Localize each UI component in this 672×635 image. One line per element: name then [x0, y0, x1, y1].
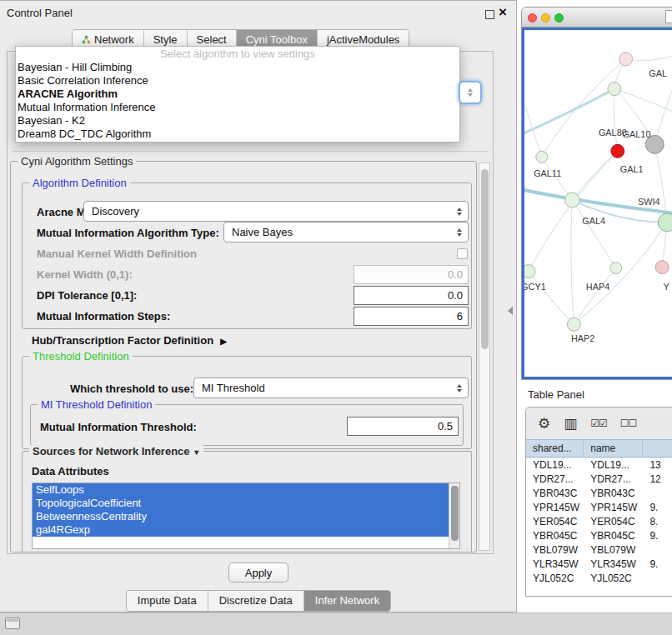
dpi-tolerance-field[interactable] [354, 286, 469, 305]
attribute-item-gal4rgexp[interactable]: gal4RGexp [33, 523, 459, 537]
control-panel: Control Panel × NetworkStyleSelectCyni T… [0, 0, 517, 612]
network-edge[interactable] [572, 200, 615, 268]
settings-scrollbar[interactable] [479, 162, 490, 551]
mi-threshold-field[interactable] [347, 417, 459, 436]
table-cell: YDR27... [526, 472, 584, 487]
sources-toggle[interactable]: Sources for Network Inference ▼ [29, 445, 203, 458]
dpi-tolerance-label: DPI Tolerance [0,1]: [37, 289, 137, 302]
zoom-traffic-light[interactable] [554, 13, 564, 22]
network-node[interactable] [611, 144, 624, 158]
algorithm-option-dream8-dc-tdc-algorithm[interactable]: Dream8 DC_TDC Algorithm [16, 128, 459, 141]
combo-arrows-icon [457, 208, 462, 216]
network-edge[interactable] [614, 89, 617, 152]
network-node[interactable] [524, 265, 535, 278]
network-edge[interactable] [614, 89, 672, 113]
table-row[interactable]: YDL19...YDL19...13 [526, 458, 672, 472]
algorithm-combobox-fragment[interactable] [459, 81, 482, 104]
combo-arrows-icon [468, 93, 473, 97]
kernel-width-field[interactable] [354, 265, 469, 284]
network-node[interactable] [610, 262, 622, 274]
tab-label: Network [94, 33, 134, 46]
network-edge[interactable] [524, 89, 614, 134]
network-canvas[interactable]: GALGAL80GAL10GAL11GAL1SWI4GAL4GCY1HAP4YH… [522, 28, 672, 379]
network-edge[interactable] [526, 109, 542, 158]
algorithm-option-bayesian-k2[interactable]: Bayesian - K2 [16, 114, 459, 128]
scrollbar-thumb[interactable] [481, 169, 489, 349]
network-edge[interactable] [574, 222, 667, 324]
column-header-2[interactable] [643, 440, 672, 457]
column-header-name[interactable]: name [584, 440, 643, 457]
network-window-titlebar[interactable] [522, 8, 672, 28]
algorithm-option-basic-correlation-inference[interactable]: Basic Correlation Inference [16, 74, 459, 88]
network-edge[interactable] [574, 268, 615, 325]
table-row[interactable]: YBR045CYBR045C9. [526, 529, 672, 543]
attributes-list-scrollbar[interactable] [449, 483, 459, 548]
algorithm-option-bayesian-hill-climbing[interactable]: Bayesian - Hill Climbing [16, 61, 459, 74]
network-node[interactable] [658, 213, 672, 232]
manual-kernel-checkbox[interactable] [457, 248, 468, 259]
gear-icon[interactable]: ⚙ [538, 417, 550, 431]
table-cell: YLR345W [584, 558, 643, 572]
bottom-tab-infer-network[interactable]: Infer Network [304, 591, 390, 611]
attribute-item-topologicalcoefficient[interactable]: TopologicalCoefficient [33, 497, 459, 510]
network-edge[interactable] [654, 80, 672, 145]
network-edge[interactable] [529, 272, 574, 325]
mi-steps-field[interactable] [354, 307, 469, 326]
close-traffic-light[interactable] [528, 13, 537, 22]
table-cell: YPR145W [584, 501, 643, 515]
table-row[interactable]: YLR345WYLR345W9. [526, 558, 672, 572]
minimize-traffic-light[interactable] [541, 13, 550, 22]
close-icon[interactable]: × [499, 4, 507, 21]
network-node[interactable] [608, 82, 621, 96]
table-row[interactable]: YER054CYER054C8. [526, 515, 672, 529]
separator [12, 151, 489, 152]
hub-definition-toggle[interactable]: Hub/Transcription Factor Definition▶ [32, 334, 227, 347]
float-window-icon[interactable] [485, 10, 494, 19]
attribute-item-betweennesscentrality[interactable]: BetweennessCentrality [33, 510, 459, 523]
bottom-tab-discretize-data[interactable]: Discretize Data [208, 591, 304, 611]
attribute-item-selfloops[interactable]: SelfLoops [33, 483, 459, 497]
network-edge[interactable] [571, 200, 574, 324]
mi-type-combobox[interactable]: Naive Bayes [223, 222, 469, 242]
table-row[interactable]: YJL052CYJL052C [526, 572, 672, 586]
columns-icon[interactable]: ▥ [564, 417, 577, 431]
column-header-shared[interactable]: shared... [526, 440, 584, 457]
table-body: YDL19...YDL19...13YDR27...YDR27...12YBR0… [526, 458, 672, 596]
node-label: Y [664, 282, 670, 292]
table-cell: 9. [643, 501, 672, 515]
network-node[interactable] [619, 52, 633, 66]
scrollbar-thumb[interactable] [451, 486, 459, 541]
table-cell: YER054C [584, 515, 643, 529]
table-row[interactable]: YDR27...YDR27...12 [526, 472, 672, 487]
algorithm-option-aracne-algorithm[interactable]: ARACNE Algorithm [16, 88, 459, 101]
bottom-tab-impute-data[interactable]: Impute Data [127, 591, 208, 611]
table-cell [643, 572, 672, 586]
mi-steps-label: Mutual Information Steps: [37, 310, 170, 322]
taskbar-window-icon[interactable] [5, 618, 20, 629]
splitter-collapse-icon[interactable] [508, 307, 513, 315]
network-edge[interactable] [542, 59, 626, 157]
table-cell [643, 487, 672, 501]
table-cell: YJL052C [526, 572, 584, 586]
aracne-mode-combobox[interactable]: Discovery [83, 201, 469, 222]
table-cell: YLR345W [526, 558, 584, 572]
table-cell: YJL052C [584, 572, 643, 586]
table-row[interactable]: YBR043CYBR043C [526, 487, 672, 501]
table-row[interactable]: YPR145WYPR145W9. [526, 501, 672, 515]
network-icon [82, 35, 91, 44]
select-none-icon[interactable]: ☐☐ [620, 418, 637, 428]
mi-type-value: Naive Bayes [232, 226, 293, 238]
network-canvas-svg: GALGAL80GAL10GAL11GAL1SWI4GAL4GCY1HAP4YH… [524, 30, 672, 377]
select-all-icon[interactable]: ☑☑ [590, 418, 607, 428]
node-label: HAP4 [586, 282, 609, 292]
network-node[interactable] [564, 192, 579, 208]
network-node[interactable] [536, 151, 548, 162]
network-node[interactable] [655, 261, 669, 274]
tab-label: jActiveModules [327, 33, 399, 46]
algorithm-popup-prompt: Select algorithm to view settings [16, 47, 459, 61]
network-node[interactable] [567, 318, 580, 331]
algorithm-option-mutual-information-inference[interactable]: Mutual Information Inference [16, 101, 459, 114]
table-row[interactable]: YBL079WYBL079W [526, 543, 672, 558]
which-threshold-combobox[interactable]: MI Threshold [193, 378, 469, 398]
apply-button[interactable]: Apply [228, 562, 288, 582]
